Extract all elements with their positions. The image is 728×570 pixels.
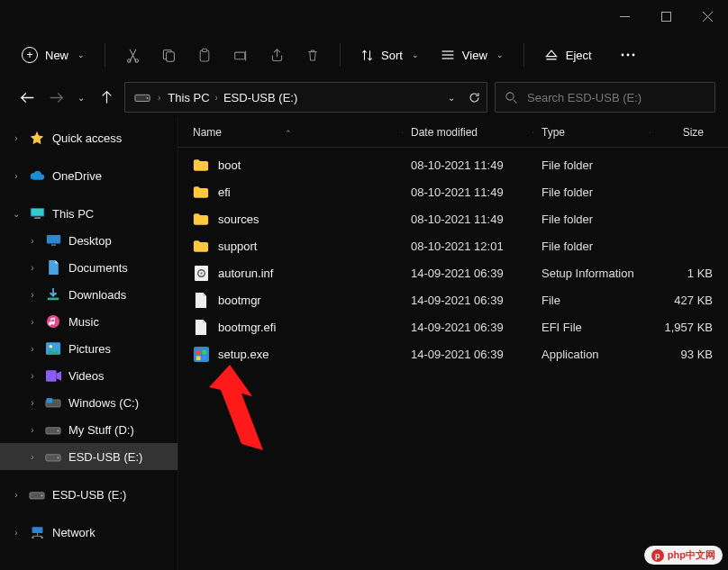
- search-icon: [505, 91, 518, 104]
- svg-point-4: [127, 59, 130, 61]
- sidebar-item-esd-usb-e-[interactable]: ›ESD-USB (E:): [0, 443, 177, 470]
- sidebar-item-downloads[interactable]: ›Downloads: [0, 281, 177, 308]
- sort-icon: [360, 49, 374, 62]
- svg-point-16: [621, 54, 623, 57]
- sidebar-label: Music: [68, 315, 99, 329]
- file-type: File folder: [532, 213, 650, 226]
- sidebar-item-documents[interactable]: ›Documents: [0, 254, 177, 281]
- sort-label: Sort: [381, 49, 403, 62]
- rename-button[interactable]: [224, 39, 257, 71]
- sidebar-item-music[interactable]: ›Music: [0, 308, 177, 335]
- more-button[interactable]: [612, 39, 644, 71]
- new-label: New: [45, 49, 68, 62]
- sidebar-label: ESD-USB (E:): [68, 450, 142, 464]
- svg-point-29: [47, 315, 59, 328]
- sidebar-label: Desktop: [68, 234, 112, 248]
- drive-icon: [134, 91, 150, 104]
- file-row[interactable]: setup.exe14-09-2021 06:39Application93 K…: [178, 340, 728, 367]
- close-button[interactable]: [687, 0, 728, 32]
- view-label: View: [462, 49, 487, 62]
- sort-button[interactable]: Sort ⌄: [351, 43, 428, 68]
- sidebar-label: ESD-USB (E:): [52, 488, 126, 502]
- sidebar-label: Windows (C:): [68, 396, 139, 410]
- svg-point-38: [58, 457, 59, 458]
- paste-button[interactable]: [188, 39, 221, 71]
- breadcrumb-segment[interactable]: ESD-USB (E:): [223, 91, 297, 104]
- new-button[interactable]: + New ⌄: [13, 41, 94, 68]
- svg-point-45: [41, 536, 43, 538]
- eject-button[interactable]: Eject: [535, 43, 601, 68]
- sidebar-item-pictures[interactable]: ›Pictures: [0, 335, 177, 362]
- inf-icon: [193, 265, 209, 281]
- file-row[interactable]: boot08-10-2021 11:49File folder: [178, 151, 728, 178]
- column-type[interactable]: Type: [532, 126, 650, 139]
- file-date: 14-09-2021 06:39: [402, 348, 532, 361]
- file-type: Setup Information: [532, 267, 650, 280]
- sidebar-label: Videos: [68, 369, 105, 383]
- breadcrumb[interactable]: › This PC › ESD-USB (E:) ⌄: [124, 82, 487, 113]
- sidebar-item-network[interactable]: ›Network: [0, 519, 177, 546]
- svg-rect-49: [194, 347, 209, 362]
- plus-icon: +: [22, 47, 38, 63]
- file-row[interactable]: bootmgr.efi14-09-2021 06:39EFI File1,957…: [178, 313, 728, 340]
- cut-button[interactable]: [116, 39, 149, 71]
- sidebar-item-onedrive[interactable]: ›OneDrive: [0, 162, 177, 189]
- sidebar-label: Pictures: [68, 342, 111, 356]
- sidebar-item-my-stuff-d-[interactable]: ›My Stuff (D:): [0, 416, 177, 443]
- eject-label: Eject: [566, 49, 592, 62]
- file-row[interactable]: bootmgr14-09-2021 06:39File427 KB: [178, 286, 728, 313]
- refresh-button[interactable]: [468, 91, 481, 104]
- sidebar-item-desktop[interactable]: ›Desktop: [0, 227, 177, 254]
- breadcrumb-dropdown[interactable]: ⌄: [448, 93, 455, 103]
- drive-icon: [29, 486, 45, 502]
- folder-icon: [193, 184, 209, 200]
- file-row[interactable]: autorun.inf14-09-2021 06:39Setup Informa…: [178, 259, 728, 286]
- sidebar-item-windows-c-[interactable]: ›Windows (C:): [0, 389, 177, 416]
- sidebar-item-videos[interactable]: ›Videos: [0, 362, 177, 389]
- svg-rect-7: [167, 52, 175, 61]
- breadcrumb-segment[interactable]: This PC: [168, 91, 209, 104]
- column-size[interactable]: Size: [650, 126, 713, 139]
- search-box[interactable]: [495, 82, 715, 113]
- share-button[interactable]: [260, 39, 293, 71]
- sidebar-label: OneDrive: [52, 169, 102, 183]
- expander-icon: ›: [27, 425, 38, 435]
- file-row[interactable]: sources08-10-2021 11:49File folder: [178, 205, 728, 232]
- drive-icon: [45, 421, 61, 438]
- forward-button[interactable]: [45, 83, 67, 112]
- column-name[interactable]: Name⌃: [178, 126, 402, 139]
- search-input[interactable]: [527, 91, 705, 104]
- file-date: 14-09-2021 06:39: [402, 267, 532, 280]
- expander-icon: ›: [11, 133, 22, 143]
- watermark: pphp中文网: [644, 546, 723, 565]
- folder-icon: [193, 238, 209, 254]
- file-date: 08-10-2021 11:49: [402, 213, 532, 226]
- up-button[interactable]: [96, 83, 117, 112]
- file-icon: [193, 292, 209, 308]
- expander-icon: ›: [11, 528, 22, 538]
- svg-rect-52: [196, 356, 200, 360]
- minimize-button[interactable]: [604, 0, 645, 32]
- eject-icon: [544, 49, 559, 61]
- file-row[interactable]: efi08-10-2021 11:49File folder: [178, 178, 728, 205]
- sidebar-item-this-pc[interactable]: ⌄This PC: [0, 200, 177, 227]
- sidebar-item-quick-access[interactable]: ›Quick access: [0, 124, 177, 151]
- sidebar-item-esd-usb-e-[interactable]: ›ESD-USB (E:): [0, 481, 177, 508]
- expander-icon: ›: [27, 371, 38, 381]
- videos-icon: [45, 367, 61, 384]
- maximize-button[interactable]: [645, 0, 687, 32]
- copy-button[interactable]: [152, 39, 185, 71]
- back-button[interactable]: [16, 83, 38, 112]
- delete-button[interactable]: [296, 39, 329, 71]
- file-name: efi: [218, 185, 231, 199]
- folder-icon: [193, 157, 209, 173]
- sort-indicator-icon: ⌃: [285, 129, 292, 138]
- expander-icon: ›: [27, 344, 38, 354]
- file-row[interactable]: support08-10-2021 12:01File folder: [178, 232, 728, 259]
- recent-dropdown[interactable]: ⌄: [74, 83, 88, 112]
- view-button[interactable]: View ⌄: [432, 43, 513, 68]
- navbar: ⌄ › This PC › ESD-USB (E:) ⌄: [0, 77, 728, 117]
- column-date[interactable]: Date modified: [402, 126, 532, 139]
- view-icon: [441, 49, 455, 61]
- downloads-icon: [45, 286, 61, 303]
